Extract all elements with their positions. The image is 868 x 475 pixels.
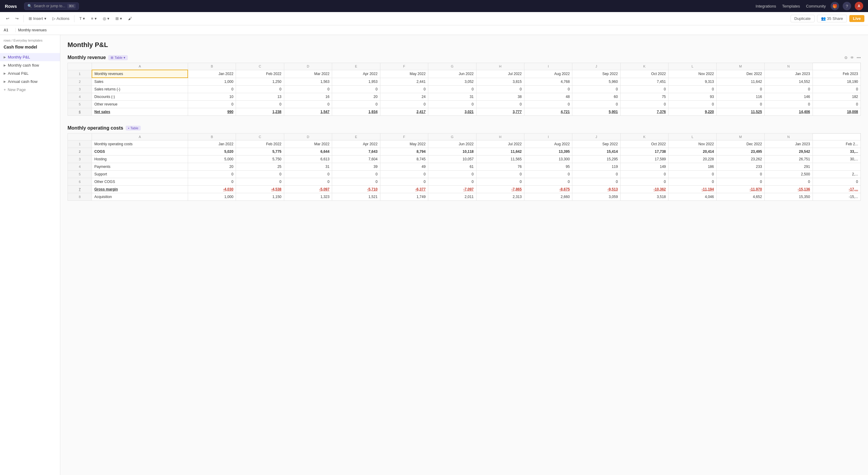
cell-value[interactable]: 0 — [620, 101, 668, 108]
align-button[interactable]: ≡ ▾ — [89, 15, 99, 22]
cell-value[interactable]: 3,059 — [572, 193, 620, 201]
cell-value[interactable]: 31 — [284, 163, 332, 170]
cell-value[interactable]: 3,021 — [428, 108, 476, 116]
cell-value[interactable]: 0 — [812, 178, 861, 186]
cell-value[interactable]: 0 — [236, 86, 284, 93]
row-label[interactable]: Net sales — [92, 108, 188, 116]
cell-value[interactable] — [812, 163, 861, 170]
cell-value[interactable]: 14,406 — [765, 108, 812, 116]
cell-value[interactable]: 5,775 — [236, 148, 284, 156]
cell-value[interactable]: 0 — [332, 101, 380, 108]
row-label[interactable]: Sales returns (-) — [92, 86, 188, 93]
cell-value[interactable]: 2,441 — [380, 78, 428, 86]
cell-value[interactable]: 10 — [188, 93, 236, 101]
op-month-dec22[interactable]: Dec 2022 — [716, 140, 764, 148]
cell-value[interactable]: 14,552 — [765, 78, 812, 86]
cell-value[interactable]: 7,643 — [332, 148, 380, 156]
more-icon[interactable]: ••• — [857, 56, 861, 60]
cell-value[interactable]: 2,500 — [765, 170, 812, 178]
paint-button[interactable]: 🖌 — [126, 15, 134, 22]
cell-value[interactable]: 0 — [669, 101, 716, 108]
cell-value[interactable]: 0 — [669, 178, 716, 186]
month-mar22[interactable]: Mar 2022 — [284, 70, 332, 78]
cell-value[interactable]: 0 — [188, 101, 236, 108]
op-month-feb22[interactable]: Feb 2022 — [236, 140, 284, 148]
cell-value[interactable]: 1,250 — [236, 78, 284, 86]
cell-value[interactable]: 0 — [380, 170, 428, 178]
cell-value[interactable]: 0 — [716, 170, 764, 178]
help-icon[interactable]: ? — [843, 2, 851, 10]
cell-value[interactable]: 10,118 — [428, 148, 476, 156]
cell-value[interactable]: 0 — [236, 178, 284, 186]
cell-value[interactable]: 0 — [428, 170, 476, 178]
cell-value[interactable]: 0 — [524, 86, 572, 93]
month-apr22[interactable]: Apr 2022 — [332, 70, 380, 78]
cell-value[interactable]: 5,750 — [236, 156, 284, 163]
cell-value[interactable]: 0 — [572, 86, 620, 93]
cell-value[interactable]: 0 — [428, 86, 476, 93]
nav-community[interactable]: Community — [806, 4, 826, 8]
cell-value[interactable]: 7,604 — [332, 156, 380, 163]
user-avatar[interactable]: A — [855, 2, 863, 10]
cell-value[interactable]: 1,000 — [188, 193, 236, 201]
revenue-row1-label[interactable]: Monthly revenues — [92, 70, 188, 78]
cell-value[interactable]: 0 — [812, 86, 861, 93]
cell-value[interactable]: 0 — [572, 178, 620, 186]
month-aug22[interactable]: Aug 2022 — [524, 70, 572, 78]
cell-value[interactable]: 8,745 — [380, 156, 428, 163]
month-jul22[interactable]: Jul 2022 — [476, 70, 524, 78]
cell-value[interactable]: 0 — [380, 101, 428, 108]
cell-value[interactable]: 25 — [236, 163, 284, 170]
cell-value[interactable]: 0 — [428, 101, 476, 108]
cell-value[interactable]: 49 — [380, 163, 428, 170]
text-format-button[interactable]: T ▾ — [77, 15, 87, 22]
cell-value[interactable]: 0 — [476, 170, 524, 178]
cell-value[interactable]: 0 — [428, 178, 476, 186]
cell-value[interactable]: 31 — [428, 93, 476, 101]
cell-value[interactable]: 0 — [620, 86, 668, 93]
cell-value[interactable]: -5,097 — [284, 186, 332, 193]
cell-value[interactable]: 76 — [476, 163, 524, 170]
cell-value[interactable]: -7,097 — [428, 186, 476, 193]
cell-value[interactable]: 20,228 — [669, 156, 716, 163]
cell-value[interactable]: 0 — [476, 178, 524, 186]
cell-value[interactable]: 10,057 — [428, 156, 476, 163]
op-month-feb23[interactable]: Feb 2... — [812, 140, 861, 148]
cell-value[interactable]: 0 — [284, 86, 332, 93]
cell-value[interactable]: 3,052 — [428, 78, 476, 86]
cell-value[interactable]: 0 — [716, 86, 764, 93]
cell-value[interactable]: -4,030 — [188, 186, 236, 193]
cell-value[interactable]: 0 — [236, 170, 284, 178]
nav-templates[interactable]: Templates — [782, 4, 800, 8]
cell-value[interactable]: 7,451 — [620, 78, 668, 86]
cell-value[interactable]: 20 — [332, 93, 380, 101]
cell-value[interactable]: 11,565 — [476, 156, 524, 163]
cell-value[interactable]: 6,613 — [284, 156, 332, 163]
format-button[interactable]: ◎ ▾ — [100, 15, 112, 22]
cell-value[interactable]: 146 — [765, 93, 812, 101]
row-label[interactable]: COGS — [92, 148, 188, 156]
month-feb23[interactable]: Feb 2023 — [812, 70, 861, 78]
row-label[interactable]: Other revenue — [92, 101, 188, 108]
cell-value[interactable]: 0 — [524, 178, 572, 186]
cell-value[interactable]: 9,220 — [669, 108, 716, 116]
cell-value[interactable]: 0 — [476, 86, 524, 93]
cell-value[interactable]: 4,768 — [524, 78, 572, 86]
cell-value[interactable]: 9,313 — [669, 78, 716, 86]
table-button[interactable]: ⊞ ▾ — [113, 15, 124, 22]
search-bar[interactable]: 🔍 Search or jump to... ⌘K — [24, 2, 79, 10]
cell-value[interactable]: 2,011 — [428, 193, 476, 201]
filter-icon[interactable]: ⚙ — [844, 56, 848, 60]
cell-value[interactable]: -10,362 — [620, 186, 668, 193]
op-month-apr22[interactable]: Apr 2022 — [332, 140, 380, 148]
cell-value[interactable]: 6,644 — [284, 148, 332, 156]
live-button[interactable]: Live — [849, 15, 864, 22]
sidebar-item-annual-pl[interactable]: ▶ Annual P&L — [0, 69, 60, 77]
cell-value[interactable]: -4,538 — [236, 186, 284, 193]
cell-value[interactable]: 61 — [428, 163, 476, 170]
cell-value[interactable]: -11,194 — [669, 186, 716, 193]
cell-value[interactable]: 38 — [476, 93, 524, 101]
row-label[interactable]: Acquisition — [92, 193, 188, 201]
cell-value[interactable]: 2,313 — [476, 193, 524, 201]
op-month-jul22[interactable]: Jul 2022 — [476, 140, 524, 148]
